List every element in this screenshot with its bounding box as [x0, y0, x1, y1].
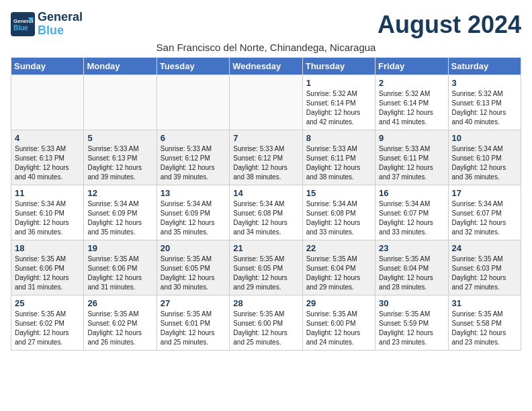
day-number: 7 [233, 133, 298, 143]
logo-text-line1: General [38, 11, 83, 24]
day-info: Sunrise: 5:35 AM Sunset: 6:02 PM Dayligh… [15, 310, 80, 347]
calendar-week-row: 25Sunrise: 5:35 AM Sunset: 6:02 PM Dayli… [11, 295, 521, 351]
calendar-cell: 13Sunrise: 5:34 AM Sunset: 6:09 PM Dayli… [157, 185, 229, 240]
day-number: 24 [452, 243, 517, 253]
logo-icon: General Blue [11, 12, 35, 36]
day-info: Sunrise: 5:34 AM Sunset: 6:08 PM Dayligh… [306, 199, 371, 237]
day-number: 2 [379, 78, 444, 88]
location-subtitle: San Francisco del Norte, Chinandega, Nic… [11, 42, 521, 53]
calendar-week-row: 11Sunrise: 5:34 AM Sunset: 6:10 PM Dayli… [11, 185, 521, 240]
day-info: Sunrise: 5:34 AM Sunset: 6:09 PM Dayligh… [87, 199, 152, 237]
calendar-cell: 15Sunrise: 5:34 AM Sunset: 6:08 PM Dayli… [302, 185, 375, 240]
day-number: 11 [15, 188, 80, 198]
day-info: Sunrise: 5:35 AM Sunset: 6:04 PM Dayligh… [379, 255, 444, 292]
day-info: Sunrise: 5:32 AM Sunset: 6:13 PM Dayligh… [452, 89, 517, 127]
day-info: Sunrise: 5:34 AM Sunset: 6:09 PM Dayligh… [161, 199, 226, 237]
day-info: Sunrise: 5:35 AM Sunset: 6:03 PM Dayligh… [452, 255, 517, 292]
logo: General Blue General Blue [11, 11, 83, 38]
calendar-cell: 4Sunrise: 5:33 AM Sunset: 6:13 PM Daylig… [11, 130, 84, 185]
day-number: 6 [161, 133, 226, 143]
calendar-cell: 14Sunrise: 5:34 AM Sunset: 6:08 PM Dayli… [230, 185, 302, 240]
day-number: 9 [379, 133, 444, 143]
day-info: Sunrise: 5:34 AM Sunset: 6:10 PM Dayligh… [15, 199, 80, 237]
day-info: Sunrise: 5:34 AM Sunset: 6:07 PM Dayligh… [379, 199, 444, 237]
calendar-cell [11, 75, 84, 130]
calendar-cell: 27Sunrise: 5:35 AM Sunset: 6:01 PM Dayli… [157, 295, 229, 351]
calendar-cell: 20Sunrise: 5:35 AM Sunset: 6:05 PM Dayli… [157, 240, 229, 295]
day-number: 13 [161, 188, 226, 198]
calendar-cell: 11Sunrise: 5:34 AM Sunset: 6:10 PM Dayli… [11, 185, 84, 240]
day-number: 30 [379, 298, 444, 308]
calendar-cell: 8Sunrise: 5:33 AM Sunset: 6:11 PM Daylig… [302, 130, 375, 185]
calendar-cell: 12Sunrise: 5:34 AM Sunset: 6:09 PM Dayli… [84, 185, 157, 240]
day-number: 26 [87, 298, 152, 308]
day-info: Sunrise: 5:33 AM Sunset: 6:13 PM Dayligh… [87, 144, 152, 182]
calendar-cell [157, 75, 229, 130]
calendar-cell: 22Sunrise: 5:35 AM Sunset: 6:04 PM Dayli… [302, 240, 375, 295]
day-info: Sunrise: 5:35 AM Sunset: 6:06 PM Dayligh… [87, 255, 152, 292]
day-number: 27 [161, 298, 226, 308]
day-info: Sunrise: 5:32 AM Sunset: 6:14 PM Dayligh… [306, 89, 371, 127]
day-number: 22 [306, 243, 371, 253]
month-year-title: August 2024 [378, 11, 521, 39]
day-number: 14 [233, 188, 298, 198]
header-friday: Friday [375, 58, 448, 75]
day-number: 12 [87, 188, 152, 198]
day-info: Sunrise: 5:35 AM Sunset: 6:00 PM Dayligh… [306, 310, 371, 347]
day-info: Sunrise: 5:32 AM Sunset: 6:14 PM Dayligh… [379, 89, 444, 127]
calendar-cell: 29Sunrise: 5:35 AM Sunset: 6:00 PM Dayli… [302, 295, 375, 351]
calendar-cell: 30Sunrise: 5:35 AM Sunset: 5:59 PM Dayli… [375, 295, 448, 351]
day-number: 10 [452, 133, 517, 143]
day-number: 15 [306, 188, 371, 198]
day-info: Sunrise: 5:34 AM Sunset: 6:10 PM Dayligh… [452, 144, 517, 182]
day-info: Sunrise: 5:35 AM Sunset: 6:04 PM Dayligh… [306, 255, 371, 292]
day-info: Sunrise: 5:33 AM Sunset: 6:13 PM Dayligh… [15, 144, 80, 182]
day-number: 4 [15, 133, 80, 143]
calendar-cell: 10Sunrise: 5:34 AM Sunset: 6:10 PM Dayli… [448, 130, 521, 185]
day-number: 29 [306, 298, 371, 308]
day-number: 23 [379, 243, 444, 253]
header-saturday: Saturday [448, 58, 521, 75]
day-info: Sunrise: 5:33 AM Sunset: 6:11 PM Dayligh… [306, 144, 371, 182]
calendar-cell: 5Sunrise: 5:33 AM Sunset: 6:13 PM Daylig… [84, 130, 157, 185]
calendar-header-row: SundayMondayTuesdayWednesdayThursdayFrid… [11, 58, 521, 75]
calendar-cell: 31Sunrise: 5:35 AM Sunset: 5:58 PM Dayli… [448, 295, 521, 351]
calendar-cell: 26Sunrise: 5:35 AM Sunset: 6:02 PM Dayli… [84, 295, 157, 351]
day-info: Sunrise: 5:35 AM Sunset: 6:02 PM Dayligh… [87, 310, 152, 347]
calendar-week-row: 18Sunrise: 5:35 AM Sunset: 6:06 PM Dayli… [11, 240, 521, 295]
calendar-week-row: 1Sunrise: 5:32 AM Sunset: 6:14 PM Daylig… [11, 75, 521, 130]
calendar-cell: 21Sunrise: 5:35 AM Sunset: 6:05 PM Dayli… [230, 240, 302, 295]
day-info: Sunrise: 5:34 AM Sunset: 6:07 PM Dayligh… [452, 199, 517, 237]
day-info: Sunrise: 5:34 AM Sunset: 6:08 PM Dayligh… [233, 199, 298, 237]
day-info: Sunrise: 5:35 AM Sunset: 6:00 PM Dayligh… [233, 310, 298, 347]
day-number: 17 [452, 188, 517, 198]
day-number: 8 [306, 133, 371, 143]
header-thursday: Thursday [302, 58, 375, 75]
header-sunday: Sunday [11, 58, 84, 75]
calendar-cell: 16Sunrise: 5:34 AM Sunset: 6:07 PM Dayli… [375, 185, 448, 240]
calendar-cell: 18Sunrise: 5:35 AM Sunset: 6:06 PM Dayli… [11, 240, 84, 295]
day-number: 31 [452, 298, 517, 308]
calendar-cell: 24Sunrise: 5:35 AM Sunset: 6:03 PM Dayli… [448, 240, 521, 295]
calendar-table: SundayMondayTuesdayWednesdayThursdayFrid… [11, 57, 521, 351]
day-info: Sunrise: 5:35 AM Sunset: 6:05 PM Dayligh… [161, 255, 226, 292]
day-number: 5 [87, 133, 152, 143]
calendar-week-row: 4Sunrise: 5:33 AM Sunset: 6:13 PM Daylig… [11, 130, 521, 185]
day-number: 3 [452, 78, 517, 88]
day-number: 21 [233, 243, 298, 253]
day-info: Sunrise: 5:35 AM Sunset: 6:05 PM Dayligh… [233, 255, 298, 292]
day-number: 1 [306, 78, 371, 88]
day-number: 28 [233, 298, 298, 308]
calendar-cell: 7Sunrise: 5:33 AM Sunset: 6:12 PM Daylig… [230, 130, 302, 185]
calendar-cell: 17Sunrise: 5:34 AM Sunset: 6:07 PM Dayli… [448, 185, 521, 240]
calendar-cell: 23Sunrise: 5:35 AM Sunset: 6:04 PM Dayli… [375, 240, 448, 295]
svg-text:Blue: Blue [13, 24, 28, 32]
day-info: Sunrise: 5:33 AM Sunset: 6:12 PM Dayligh… [233, 144, 298, 182]
header-monday: Monday [84, 58, 157, 75]
logo-text-line2: Blue [38, 24, 83, 38]
day-number: 16 [379, 188, 444, 198]
calendar-cell: 9Sunrise: 5:33 AM Sunset: 6:11 PM Daylig… [375, 130, 448, 185]
day-info: Sunrise: 5:33 AM Sunset: 6:11 PM Dayligh… [379, 144, 444, 182]
calendar-cell [84, 75, 157, 130]
calendar-cell: 6Sunrise: 5:33 AM Sunset: 6:12 PM Daylig… [157, 130, 229, 185]
